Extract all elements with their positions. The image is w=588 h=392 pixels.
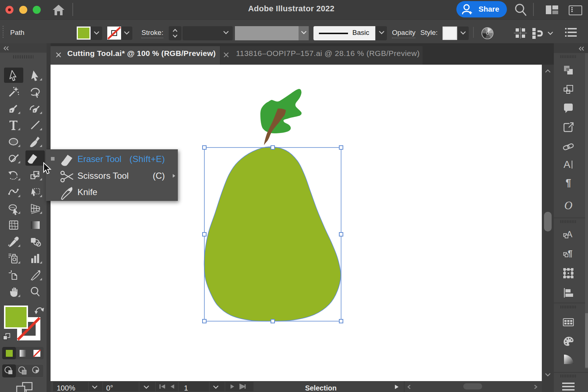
- svg-text:¶: ¶: [568, 249, 573, 258]
- svg-text:A: A: [564, 159, 571, 170]
- svg-text:O: O: [564, 199, 572, 212]
- svg-text:¶: ¶: [565, 177, 571, 188]
